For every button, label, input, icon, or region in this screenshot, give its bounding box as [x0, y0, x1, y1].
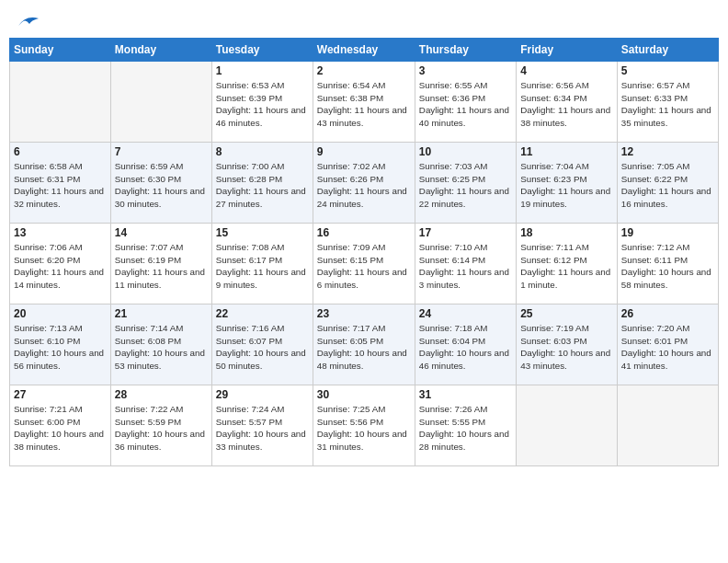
day-number: 4	[520, 64, 613, 77]
day-number: 5	[621, 64, 714, 77]
calendar-cell: 18Sunrise: 7:11 AM Sunset: 6:12 PM Dayli…	[517, 224, 618, 304]
day-info: Sunrise: 6:53 AM Sunset: 6:39 PM Dayligh…	[216, 79, 309, 130]
logo-bird-icon	[15, 13, 40, 29]
col-header-sunday: Sunday	[10, 39, 111, 62]
calendar-cell: 2Sunrise: 6:54 AM Sunset: 6:38 PM Daylig…	[313, 62, 415, 143]
day-number: 18	[520, 226, 613, 239]
day-info: Sunrise: 7:03 AM Sunset: 6:25 PM Dayligh…	[419, 160, 512, 211]
day-info: Sunrise: 7:05 AM Sunset: 6:22 PM Dayligh…	[621, 160, 714, 211]
day-info: Sunrise: 7:09 AM Sunset: 6:15 PM Dayligh…	[317, 241, 411, 292]
day-number: 8	[216, 145, 309, 158]
day-info: Sunrise: 7:11 AM Sunset: 6:12 PM Dayligh…	[520, 241, 613, 292]
calendar-cell: 4Sunrise: 6:56 AM Sunset: 6:34 PM Daylig…	[517, 62, 618, 143]
day-number: 28	[115, 388, 208, 401]
calendar-cell: 8Sunrise: 7:00 AM Sunset: 6:28 PM Daylig…	[211, 143, 313, 224]
calendar-cell	[10, 62, 111, 143]
col-header-thursday: Thursday	[415, 39, 516, 62]
day-number: 24	[419, 307, 512, 320]
day-info: Sunrise: 7:22 AM Sunset: 5:59 PM Dayligh…	[115, 403, 208, 454]
calendar-cell: 19Sunrise: 7:12 AM Sunset: 6:11 PM Dayli…	[617, 224, 718, 304]
day-info: Sunrise: 7:10 AM Sunset: 6:14 PM Dayligh…	[419, 241, 512, 292]
day-info: Sunrise: 7:19 AM Sunset: 6:03 PM Dayligh…	[520, 322, 613, 373]
calendar-cell: 5Sunrise: 6:57 AM Sunset: 6:33 PM Daylig…	[617, 62, 718, 143]
calendar-cell: 24Sunrise: 7:18 AM Sunset: 6:04 PM Dayli…	[415, 304, 516, 385]
day-number: 14	[115, 226, 208, 239]
calendar-cell: 1Sunrise: 6:53 AM Sunset: 6:39 PM Daylig…	[211, 62, 313, 143]
day-number: 22	[216, 307, 309, 320]
day-info: Sunrise: 7:18 AM Sunset: 6:04 PM Dayligh…	[419, 322, 512, 373]
day-number: 29	[216, 388, 309, 401]
day-info: Sunrise: 6:54 AM Sunset: 6:38 PM Dayligh…	[317, 79, 411, 130]
day-number: 17	[419, 226, 512, 239]
day-number: 3	[419, 64, 512, 77]
calendar-cell: 29Sunrise: 7:24 AM Sunset: 5:57 PM Dayli…	[211, 385, 313, 466]
calendar-cell: 9Sunrise: 7:02 AM Sunset: 6:26 PM Daylig…	[313, 143, 415, 224]
calendar-cell: 11Sunrise: 7:04 AM Sunset: 6:23 PM Dayli…	[517, 143, 618, 224]
day-info: Sunrise: 7:08 AM Sunset: 6:17 PM Dayligh…	[216, 241, 309, 292]
calendar-cell: 28Sunrise: 7:22 AM Sunset: 5:59 PM Dayli…	[110, 385, 211, 466]
calendar-cell: 10Sunrise: 7:03 AM Sunset: 6:25 PM Dayli…	[415, 143, 516, 224]
day-info: Sunrise: 7:24 AM Sunset: 5:57 PM Dayligh…	[216, 403, 309, 454]
day-info: Sunrise: 7:13 AM Sunset: 6:10 PM Dayligh…	[14, 322, 107, 373]
day-number: 2	[317, 64, 411, 77]
day-number: 11	[520, 145, 613, 158]
col-header-monday: Monday	[110, 39, 211, 62]
day-info: Sunrise: 7:20 AM Sunset: 6:01 PM Dayligh…	[621, 322, 714, 373]
calendar: SundayMondayTuesdayWednesdayThursdayFrid…	[9, 38, 719, 466]
day-info: Sunrise: 7:16 AM Sunset: 6:07 PM Dayligh…	[216, 322, 309, 373]
day-info: Sunrise: 7:07 AM Sunset: 6:19 PM Dayligh…	[115, 241, 208, 292]
day-number: 1	[216, 64, 309, 77]
day-number: 15	[216, 226, 309, 239]
calendar-cell: 17Sunrise: 7:10 AM Sunset: 6:14 PM Dayli…	[415, 224, 516, 304]
day-info: Sunrise: 7:12 AM Sunset: 6:11 PM Dayligh…	[621, 241, 714, 292]
calendar-cell: 22Sunrise: 7:16 AM Sunset: 6:07 PM Dayli…	[211, 304, 313, 385]
day-info: Sunrise: 6:58 AM Sunset: 6:31 PM Dayligh…	[14, 160, 107, 211]
calendar-cell: 7Sunrise: 6:59 AM Sunset: 6:30 PM Daylig…	[110, 143, 211, 224]
day-info: Sunrise: 6:59 AM Sunset: 6:30 PM Dayligh…	[115, 160, 208, 211]
col-header-wednesday: Wednesday	[313, 39, 415, 62]
calendar-cell: 21Sunrise: 7:14 AM Sunset: 6:08 PM Dayli…	[110, 304, 211, 385]
day-info: Sunrise: 7:02 AM Sunset: 6:26 PM Dayligh…	[317, 160, 411, 211]
day-info: Sunrise: 7:14 AM Sunset: 6:08 PM Dayligh…	[115, 322, 208, 373]
calendar-cell: 23Sunrise: 7:17 AM Sunset: 6:05 PM Dayli…	[313, 304, 415, 385]
calendar-cell: 25Sunrise: 7:19 AM Sunset: 6:03 PM Dayli…	[517, 304, 618, 385]
day-number: 23	[317, 307, 411, 320]
day-number: 26	[621, 307, 714, 320]
calendar-cell: 20Sunrise: 7:13 AM Sunset: 6:10 PM Dayli…	[10, 304, 111, 385]
calendar-cell: 26Sunrise: 7:20 AM Sunset: 6:01 PM Dayli…	[617, 304, 718, 385]
calendar-cell	[517, 385, 618, 466]
day-info: Sunrise: 7:06 AM Sunset: 6:20 PM Dayligh…	[14, 241, 107, 292]
day-info: Sunrise: 7:04 AM Sunset: 6:23 PM Dayligh…	[520, 160, 613, 211]
logo	[13, 13, 40, 30]
col-header-friday: Friday	[517, 39, 618, 62]
calendar-cell: 6Sunrise: 6:58 AM Sunset: 6:31 PM Daylig…	[10, 143, 111, 224]
calendar-cell: 13Sunrise: 7:06 AM Sunset: 6:20 PM Dayli…	[10, 224, 111, 304]
day-number: 13	[14, 226, 107, 239]
day-number: 19	[621, 226, 714, 239]
day-number: 21	[115, 307, 208, 320]
calendar-cell: 14Sunrise: 7:07 AM Sunset: 6:19 PM Dayli…	[110, 224, 211, 304]
calendar-cell: 3Sunrise: 6:55 AM Sunset: 6:36 PM Daylig…	[415, 62, 516, 143]
day-info: Sunrise: 6:56 AM Sunset: 6:34 PM Dayligh…	[520, 79, 613, 130]
day-info: Sunrise: 7:25 AM Sunset: 5:56 PM Dayligh…	[317, 403, 411, 454]
day-number: 27	[14, 388, 107, 401]
day-number: 30	[317, 388, 411, 401]
calendar-cell: 12Sunrise: 7:05 AM Sunset: 6:22 PM Dayli…	[617, 143, 718, 224]
calendar-cell: 30Sunrise: 7:25 AM Sunset: 5:56 PM Dayli…	[313, 385, 415, 466]
col-header-saturday: Saturday	[617, 39, 718, 62]
day-info: Sunrise: 7:00 AM Sunset: 6:28 PM Dayligh…	[216, 160, 309, 211]
col-header-tuesday: Tuesday	[211, 39, 313, 62]
calendar-cell: 15Sunrise: 7:08 AM Sunset: 6:17 PM Dayli…	[211, 224, 313, 304]
day-number: 20	[14, 307, 107, 320]
calendar-cell	[617, 385, 718, 466]
calendar-cell	[110, 62, 211, 143]
day-info: Sunrise: 6:57 AM Sunset: 6:33 PM Dayligh…	[621, 79, 714, 130]
day-number: 31	[419, 388, 512, 401]
day-number: 7	[115, 145, 208, 158]
day-number: 6	[14, 145, 107, 158]
day-number: 25	[520, 307, 613, 320]
day-number: 9	[317, 145, 411, 158]
day-number: 16	[317, 226, 411, 239]
calendar-cell: 16Sunrise: 7:09 AM Sunset: 6:15 PM Dayli…	[313, 224, 415, 304]
calendar-cell: 31Sunrise: 7:26 AM Sunset: 5:55 PM Dayli…	[415, 385, 516, 466]
